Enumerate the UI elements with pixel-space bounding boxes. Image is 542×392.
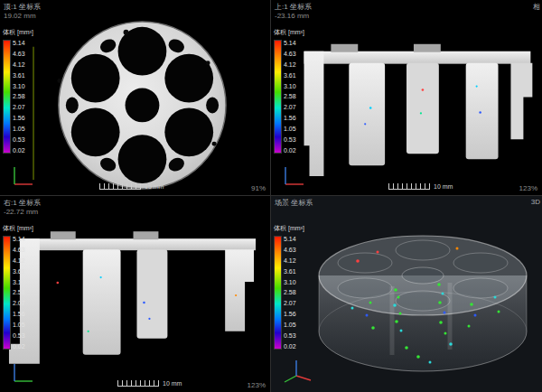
ct-inspection-app: 顶:1 坐标系 19.02 mm 体积 [mm³] 5.144.634.123.… [0, 0, 542, 392]
colorbar-tick-value: 2.07 [284, 300, 296, 306]
viewport-3d-panel: 场景 坐标系 3D 体积 [mm³] 5.144.634.123.613.102… [271, 196, 542, 392]
colorbar-tick-value: 3.61 [13, 72, 25, 79]
viewport-top-slice-panel: 顶:1 坐标系 19.02 mm 体积 [mm³] 5.144.634.123.… [0, 0, 271, 196]
colorbar-tick-value: 0.53 [284, 136, 296, 143]
panel-title: 右:1 坐标系 [4, 198, 41, 208]
colorbar-tick-value: 4.63 [284, 247, 296, 253]
colorbar-tick-value: 2.07 [284, 104, 296, 110]
scale-ruler [388, 183, 430, 190]
slice-position-readout: 19.02 mm [4, 12, 36, 20]
colorbar-tick-value: 0.53 [13, 136, 25, 143]
colorbar-tick-value: 0.02 [284, 147, 296, 154]
colorbar-title: 体积 [mm³] [3, 28, 33, 37]
axis-indicator [282, 164, 307, 188]
colorbar-values: 5.144.634.123.613.102.582.071.561.050.53… [13, 40, 25, 154]
axis-indicator [11, 361, 36, 385]
colorbar-tick-value: 2.07 [13, 104, 25, 110]
colorbar-tick-value: 5.14 [13, 40, 25, 46]
colorbar-tick-value: 1.56 [284, 311, 296, 317]
colorbar-tick-value: 3.10 [284, 83, 296, 89]
colorbar-tick-value: 2.07 [13, 300, 25, 306]
colorbar: 体积 [mm³] 5.144.634.123.613.102.582.071.5… [3, 224, 33, 350]
colorbar-tick-value: 4.12 [284, 257, 296, 264]
colorbar-tick-value: 5.14 [284, 236, 296, 242]
colorbar-title: 体积 [mm³] [274, 28, 304, 37]
slice-position-readout: -22.72 mm [4, 208, 38, 216]
panel-title: 场景 坐标系 [275, 198, 313, 208]
colorbar-tick-value: 2.58 [284, 289, 296, 295]
colorbar-tick-value: 3.10 [13, 279, 25, 285]
scale-ruler-label: 15 mm [145, 183, 164, 190]
scale-ruler [99, 183, 141, 190]
colorbar-gradient [274, 236, 282, 350]
front-slice-canvas[interactable] [271, 0, 542, 195]
colorbar-tick-value: 1.05 [13, 126, 25, 132]
colorbar-tick-value: 4.12 [13, 61, 25, 68]
zoom-level: 123% [519, 184, 537, 192]
colorbar-tick-value: 4.12 [13, 257, 25, 264]
colorbar-gradient [3, 236, 11, 350]
colorbar-title: 体积 [mm³] [3, 224, 33, 233]
zoom-level: 91% [251, 184, 266, 192]
colorbar-tick-value: 3.10 [284, 279, 296, 285]
colorbar-tick-value: 0.53 [13, 332, 25, 339]
colorbar-tick-value: 2.58 [284, 93, 296, 99]
viewport-front-slice-panel: 上:1 坐标系 相 -23.16 mm 体积 [mm³] 5.144.634.1… [271, 0, 542, 196]
colorbar-values: 5.144.634.123.613.102.582.071.561.050.53… [284, 40, 296, 154]
right-slice-canvas[interactable] [0, 196, 270, 392]
colorbar-tick-value: 0.02 [13, 343, 25, 350]
colorbar-tick-value: 3.61 [284, 72, 296, 79]
axis-indicator [11, 164, 36, 188]
axis-indicator-3d [282, 358, 313, 385]
viewport-right-slice-panel: 右:1 坐标系 -22.72 mm 体积 [mm³] 5.144.634.123… [0, 196, 271, 392]
colorbar-tick-value: 2.58 [13, 93, 25, 99]
colorbar-tick-value: 3.61 [284, 268, 296, 275]
colorbar-tick-value: 5.14 [13, 236, 25, 242]
colorbar-tick-value: 3.10 [13, 83, 25, 89]
colorbar-tick-value: 1.05 [284, 322, 296, 328]
top-slice-canvas[interactable] [0, 0, 270, 195]
scale-ruler-label: 10 mm [434, 183, 453, 190]
colorbar-title: 体积 [mm³] [274, 224, 304, 233]
colorbar-tick-value: 0.53 [284, 332, 296, 339]
colorbar-tick-value: 4.12 [284, 61, 296, 68]
colorbar-tick-value: 4.63 [284, 51, 296, 57]
panel-title: 顶:1 坐标系 [4, 2, 41, 12]
colorbar-tick-value: 3.61 [13, 268, 25, 275]
colorbar: 体积 [mm³] 5.144.634.123.613.102.582.071.5… [274, 224, 304, 350]
colorbar-tick-value: 1.56 [284, 115, 296, 121]
colorbar-values: 5.144.634.123.613.102.582.071.561.050.53… [13, 236, 25, 350]
colorbar-tick-value: 1.56 [13, 311, 25, 317]
colorbar-tick-value: 0.02 [284, 343, 296, 350]
colorbar-tick-value: 4.63 [13, 51, 25, 57]
colorbar-tick-value: 1.05 [13, 322, 25, 328]
scale-ruler-label: 10 mm [163, 380, 182, 387]
scale-ruler [117, 380, 159, 387]
corner-label: 相 [533, 2, 540, 12]
panel-title: 上:1 坐标系 [275, 2, 312, 12]
colorbar-values: 5.144.634.123.613.102.582.071.561.050.53… [284, 236, 296, 350]
colorbar-gradient [274, 40, 282, 154]
zoom-level: 123% [248, 381, 266, 389]
colorbar: 体积 [mm³] 5.144.634.123.613.102.582.071.5… [274, 28, 304, 154]
colorbar: 体积 [mm³] 5.144.634.123.613.102.582.071.5… [3, 28, 33, 154]
colorbar-tick-value: 2.58 [13, 289, 25, 295]
colorbar-gradient [3, 40, 11, 154]
colorbar-tick-value: 1.56 [13, 115, 25, 121]
slice-position-readout: -23.16 mm [275, 12, 309, 20]
colorbar-tick-value: 0.02 [13, 147, 25, 154]
colorbar-tick-value: 1.05 [284, 126, 296, 132]
view-mode-label: 3D [531, 198, 540, 206]
colorbar-tick-value: 5.14 [284, 40, 296, 46]
colorbar-tick-value: 4.63 [13, 247, 25, 253]
